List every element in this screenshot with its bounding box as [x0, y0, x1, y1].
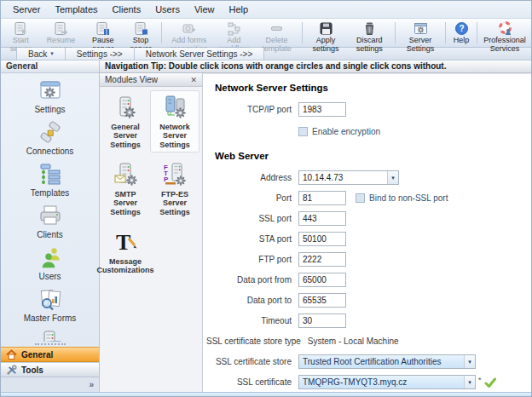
chevron-down-icon[interactable]: ▾	[387, 171, 398, 184]
stop-server-button[interactable]: Stop server	[123, 20, 159, 46]
pause-server-button[interactable]: Pause server	[83, 20, 123, 46]
toolbar-separator	[395, 22, 396, 43]
menu-server[interactable]: Server	[6, 3, 47, 16]
menu-clients[interactable]: Clients	[106, 3, 148, 16]
toolbar-button-label: Professional Services	[483, 37, 526, 53]
bind-non-ssl-checkbox[interactable]	[356, 193, 365, 203]
menu-view[interactable]: View	[188, 3, 222, 16]
server-pause-icon	[95, 21, 110, 36]
printer-icon	[38, 204, 63, 229]
tools-icon	[6, 365, 17, 376]
sidebar-footer: »	[1, 377, 99, 392]
sidebar-item-log[interactable]: Log	[1, 329, 99, 342]
close-icon[interactable]: ✕	[188, 76, 199, 84]
menu-templates[interactable]: Templates	[48, 3, 104, 16]
bind-non-ssl-label: Bind to non-SSL port	[369, 193, 448, 203]
discard-settings-button[interactable]: Discard settings	[346, 20, 392, 46]
ssl-certificate-value: TMQPRG-TMYQT3.myq.cz	[299, 376, 464, 388]
message-customizations-icon: T	[113, 229, 138, 255]
module-label: Network Server Settings	[152, 123, 198, 149]
data-port-to-input[interactable]	[298, 293, 346, 308]
ssl-certificate-label: SSL certificate	[206, 377, 292, 387]
sidebar-section-label: Tools	[21, 365, 43, 375]
module-network-server-settings[interactable]: Network Server Settings	[150, 90, 200, 152]
master-forms-icon	[38, 287, 63, 313]
sta-port-input[interactable]	[298, 232, 346, 246]
menu-help[interactable]: Help	[223, 3, 256, 16]
ssl-certificate-combobox[interactable]: TMQPRG-TMYQT3.myq.cz ▾	[298, 375, 476, 389]
sidebar-item-label: Settings	[34, 105, 65, 114]
sidebar-item-templates[interactable]: Templates	[1, 162, 99, 198]
tcpip-port-label: TCP/IP port	[206, 105, 292, 114]
modules-view-header: Modules View ✕	[100, 73, 202, 87]
sidebar-section-tools[interactable]: Tools	[1, 362, 99, 377]
professional-services-button[interactable]: Professional Services	[480, 20, 529, 46]
address-combobox[interactable]: 10.14.4.73 ▾	[298, 170, 399, 185]
svg-text:?: ?	[459, 24, 464, 33]
add-workflow-icon	[227, 21, 241, 36]
timeout-input[interactable]	[298, 314, 346, 328]
delete-template-button: Delete template	[254, 20, 299, 46]
breadcrumb-settings[interactable]: Settings ->>	[66, 48, 135, 60]
navigation-tip: Navigation Tip: Double click icons with …	[100, 60, 531, 73]
sidebar-item-label: Clients	[37, 230, 63, 239]
enable-encryption-checkbox[interactable]	[298, 127, 308, 136]
status-bar	[1, 392, 531, 396]
required-marker: *	[478, 376, 482, 384]
log-server-icon	[38, 329, 63, 342]
chevron-down-icon: ▾	[50, 50, 54, 57]
module-general-server-settings[interactable]: General Server Settings	[101, 90, 150, 152]
add-forms-recognition-button: Add forms recognition	[165, 20, 214, 46]
server-gear-icon	[113, 95, 138, 120]
sidebar-item-label: Templates	[31, 188, 70, 198]
settings-window-gear-icon	[38, 78, 63, 104]
smtp-server-gear-icon	[113, 162, 138, 187]
ssl-port-input[interactable]	[298, 211, 346, 226]
ssl-cert-store-combobox[interactable]: Trusted Root Certification Authorities ▾	[298, 354, 476, 369]
module-label: FTP-ES Server Settings	[152, 190, 198, 216]
ssl-cert-store-value: Trusted Root Certification Authorities	[299, 355, 464, 368]
chevron-down-icon[interactable]: ▾	[464, 355, 475, 368]
sidebar-section-general[interactable]: General	[1, 347, 99, 362]
templates-tree-icon	[38, 162, 63, 187]
sidebar-item-master-forms[interactable]: Master Forms	[1, 287, 99, 323]
sidebar-item-clients[interactable]: Clients	[1, 204, 99, 239]
apply-settings-button[interactable]: Apply settings	[305, 20, 347, 46]
overflow-chevron-icon[interactable]: »	[89, 381, 94, 389]
sidebar-item-label: Master Forms	[24, 314, 77, 323]
ftp-port-input[interactable]	[298, 252, 346, 267]
toolbar-separator	[445, 22, 446, 43]
sidebar-item-label: Connections	[26, 147, 74, 156]
data-port-from-input[interactable]	[298, 273, 346, 287]
content-area: Navigation Tip: Double click icons with …	[100, 60, 531, 392]
help-button[interactable]: ? Help	[448, 20, 475, 46]
sidebar-item-settings[interactable]: Settings	[1, 78, 99, 114]
network-server-gear-icon	[162, 95, 188, 120]
breadcrumb-network-server-settings[interactable]: Network Server Settings ->>	[135, 48, 265, 60]
server-start-icon	[14, 21, 28, 36]
users-icon	[38, 245, 63, 271]
data-port-to-label: Data port to	[206, 296, 292, 305]
settings-form: Network Server Settings TCP/IP port Enab…	[203, 73, 531, 392]
module-label: SMTP Server Settings	[102, 190, 148, 216]
section-title-network-server-settings: Network Server Settings	[203, 83, 531, 93]
tcpip-port-input[interactable]	[298, 102, 346, 117]
timeout-label: Timeout	[206, 316, 292, 325]
sidebar-item-label: Users	[38, 272, 61, 281]
module-ftp-es-server-settings[interactable]: FTP FTP-ES Server Settings	[150, 158, 200, 220]
menu-users[interactable]: Users	[148, 3, 187, 16]
port-input[interactable]	[298, 191, 346, 205]
chevron-down-icon[interactable]: ▾	[464, 376, 475, 388]
sidebar-item-connections[interactable]: Connections	[1, 120, 99, 156]
sidebar-item-users[interactable]: Users	[1, 245, 99, 281]
server-resume-icon	[54, 21, 68, 36]
breadcrumb-back-button[interactable]: Back ▾	[16, 48, 66, 60]
sidebar-section-label: General	[21, 350, 53, 360]
svg-text:P: P	[164, 175, 169, 183]
sidebar-header: General	[1, 60, 99, 73]
address-label: Address	[206, 173, 292, 182]
server-stop-icon	[134, 21, 148, 36]
server-settings-button[interactable]: Server Settings	[398, 20, 442, 46]
module-smtp-server-settings[interactable]: SMTP Server Settings	[101, 158, 150, 220]
module-message-customizations[interactable]: T Message Customizations	[101, 225, 150, 279]
